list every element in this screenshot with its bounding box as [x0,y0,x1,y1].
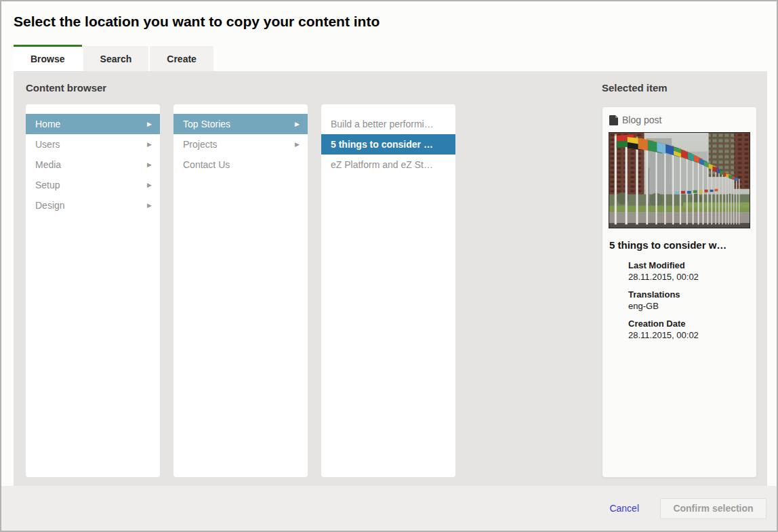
finder-column-3: Build a better performi… 5 things to con… [321,104,455,477]
meta-label: Translations [628,289,750,300]
browser-item-label: 5 things to consider … [331,139,433,150]
chevron-right-icon: ▶ [295,121,300,127]
content-type-label: Blog post [622,115,661,125]
browser-item-ez-platform[interactable]: eZ Platform and eZ St… [321,155,455,175]
tab-search[interactable]: Search [83,46,149,71]
copy-location-dialog: Select the location you want to copy you… [0,0,778,532]
selected-item-card: Blog post [602,106,757,478]
browser-item-label: eZ Platform and eZ St… [331,159,433,170]
browser-item-label: Build a better performi… [331,119,434,129]
tab-browse[interactable]: Browse [14,45,82,71]
browser-item-design[interactable]: Design ▶ [26,195,160,216]
browser-item-5-things[interactable]: 5 things to consider … [321,134,455,155]
finder-column-2: Top Stories ▶ Projects ▶ Contact Us [173,104,308,477]
cancel-button[interactable]: Cancel [609,503,639,514]
selected-item-heading: Selected item [602,82,668,94]
meta-label: Creation Date [628,319,750,329]
finder-columns: Home ▶ Users ▶ Media ▶ Setup ▶ Design [26,104,469,477]
confirm-selection-button[interactable]: Confirm selection [660,498,766,519]
content-type-row: Blog post [609,115,750,125]
browse-tab-panel: Content browser Home ▶ Users ▶ Media ▶ S… [14,71,767,488]
selected-item-meta: Last Modified 28.11.2015, 00:02 Translat… [628,260,750,340]
browser-item-label: Media [35,159,61,170]
browser-item-label: Contact Us [183,159,230,170]
browser-item-users[interactable]: Users ▶ [26,134,160,155]
browser-item-label: Design [35,200,65,211]
dialog-title: Select the location you want to copy you… [14,14,380,30]
meta-value: 28.11.2015, 00:02 [628,272,750,282]
content-browser-heading: Content browser [26,82,106,94]
selected-item-title: 5 things to consider w… [609,239,750,251]
meta-value: eng-GB [628,301,750,311]
browser-item-home[interactable]: Home ▶ [26,114,160,134]
dialog-footer: Cancel Confirm selection [1,486,777,531]
finder-column-1: Home ▶ Users ▶ Media ▶ Setup ▶ Design [26,104,160,477]
browser-item-media[interactable]: Media ▶ [26,155,160,175]
browser-item-label: Top Stories [183,119,230,129]
browser-item-setup[interactable]: Setup ▶ [26,175,160,195]
browser-item-projects[interactable]: Projects ▶ [173,134,308,155]
browser-item-label: Home [35,119,60,129]
blog-post-icon [609,115,618,125]
chevron-right-icon: ▶ [147,121,152,127]
chevron-right-icon: ▶ [147,142,152,148]
browser-item-build-a-better[interactable]: Build a better performi… [321,114,455,134]
chevron-right-icon: ▶ [147,182,152,188]
meta-label: Last Modified [628,260,750,270]
tab-create[interactable]: Create [150,46,213,71]
browser-item-label: Users [35,139,60,150]
tab-bar: Browse Search Create [14,45,215,71]
browser-item-contact-us[interactable]: Contact Us [173,155,308,175]
browser-item-label: Setup [35,180,60,190]
united-nations-flags-photo [609,132,750,228]
browser-item-top-stories[interactable]: Top Stories ▶ [173,114,308,134]
chevron-right-icon: ▶ [295,142,300,148]
meta-value: 28.11.2015, 00:02 [628,330,750,340]
chevron-right-icon: ▶ [147,162,152,168]
chevron-right-icon: ▶ [147,203,152,209]
browser-item-label: Projects [183,139,218,150]
